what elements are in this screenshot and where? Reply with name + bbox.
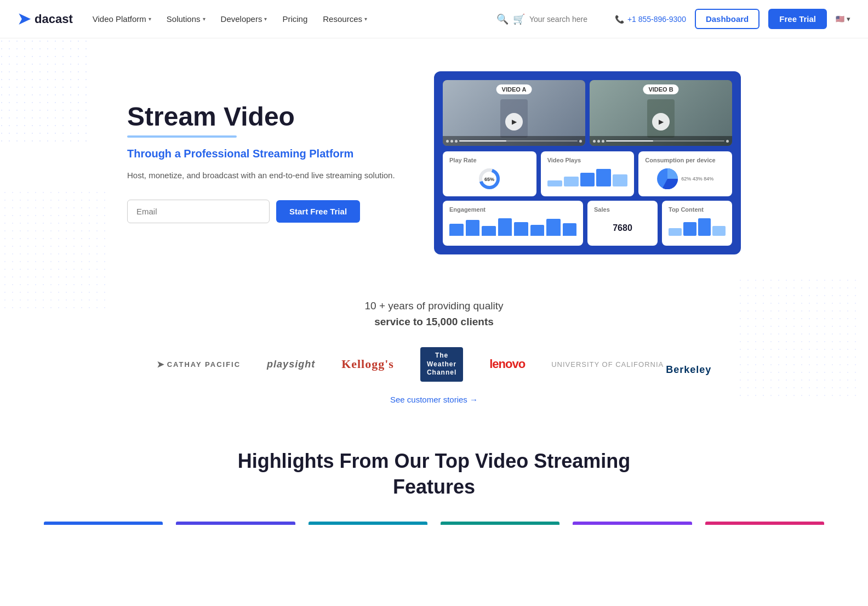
sales-label: Sales bbox=[594, 206, 651, 213]
client-logo-playsight: playsight bbox=[267, 359, 315, 370]
cart-icon[interactable]: 🛒 bbox=[513, 13, 525, 25]
free-trial-button[interactable]: Free Trial bbox=[768, 9, 827, 29]
stat-video-plays: Video Plays bbox=[541, 151, 635, 196]
hero-form: Start Free Trial bbox=[127, 200, 401, 223]
phone-icon: 📞 bbox=[615, 15, 624, 24]
feature-card-4 bbox=[441, 522, 559, 525]
see-customer-stories-link[interactable]: See customer stories → bbox=[390, 395, 478, 404]
engagement-label: Engagement bbox=[449, 206, 576, 213]
navbar-right: 🔍 🛒 📞 +1 855-896-9300 Dashboard Free Tri… bbox=[496, 9, 850, 29]
nav-item-developers[interactable]: Developers ▾ bbox=[221, 14, 267, 24]
clients-section: 10 + years of providing quality service … bbox=[0, 276, 868, 416]
engagement-bars bbox=[449, 216, 576, 236]
highlights-title: Highlights From Our Top Video Streaming … bbox=[44, 449, 824, 500]
feature-card-2-bar bbox=[176, 522, 295, 525]
video-b-label: VIDEO B bbox=[643, 84, 678, 94]
stat-sales: Sales 7680 bbox=[587, 201, 658, 246]
tagline-line1: 10 + years of providing quality bbox=[365, 300, 504, 312]
play-rate-label: Play Rate bbox=[449, 157, 530, 163]
highlights-title-line2: Features bbox=[393, 475, 475, 498]
navbar: ➤ dacast Video Platform ▾ Solutions ▾ De… bbox=[0, 0, 868, 38]
stat-play-rate: Play Rate 65% bbox=[443, 151, 536, 196]
cathay-icon: ➤ bbox=[157, 359, 165, 370]
top-content-bars bbox=[669, 216, 726, 236]
feature-card-5-bar bbox=[573, 522, 692, 525]
clients-logos: ➤ CATHAY PACIFIC playsight Kellogg's The… bbox=[44, 347, 824, 382]
consumption-label: Consumption per device bbox=[645, 157, 726, 163]
video-controls-a bbox=[443, 136, 585, 146]
highlights-section: Highlights From Our Top Video Streaming … bbox=[0, 416, 868, 547]
feature-card-3 bbox=[309, 522, 427, 525]
tagline-line2: service to 15,000 clients bbox=[374, 316, 494, 327]
search-button[interactable]: 🔍 bbox=[496, 13, 509, 25]
clients-tagline: 10 + years of providing quality service … bbox=[44, 298, 824, 330]
hero-right: VIDEO A ▶ VIDEO B bbox=[434, 71, 741, 254]
hero-title: Stream Video bbox=[127, 103, 401, 132]
phone-line: 📞 +1 855-896-9300 bbox=[615, 15, 686, 24]
nav-label-resources: Resources bbox=[323, 14, 362, 24]
hero-description: Host, monetize, and broadcast with an en… bbox=[127, 169, 401, 182]
nav-label-pricing: Pricing bbox=[282, 14, 307, 24]
language-selector[interactable]: 🇺🇸 ▾ bbox=[836, 15, 850, 23]
feature-card-4-bar bbox=[441, 522, 559, 525]
play-button-a[interactable]: ▶ bbox=[505, 113, 523, 131]
hero-subtitle-link[interactable]: Streaming Platform bbox=[253, 148, 353, 160]
video-plays-chart bbox=[547, 167, 628, 186]
stats-row-2: Engagement Sales bbox=[443, 201, 732, 246]
chevron-down-icon: ▾ bbox=[264, 16, 267, 22]
dot-pattern-top-left bbox=[0, 22, 88, 143]
client-logo-lenovo: lenovo bbox=[489, 357, 525, 371]
start-free-trial-button[interactable]: Start Free Trial bbox=[276, 200, 360, 223]
nav-label-solutions: Solutions bbox=[167, 14, 201, 24]
hero-subtitle: Through a Professional Streaming Platfor… bbox=[127, 148, 401, 160]
top-content-label: Top Content bbox=[669, 206, 726, 213]
video-controls-b bbox=[590, 136, 732, 146]
email-input[interactable] bbox=[127, 200, 270, 223]
nav-label-developers: Developers bbox=[221, 14, 262, 24]
feature-card-6 bbox=[705, 522, 824, 525]
feature-card-1-bar bbox=[44, 522, 163, 525]
nav-item-video-platform[interactable]: Video Platform ▾ bbox=[93, 14, 151, 24]
client-logo-cathay: ➤ CATHAY PACIFIC bbox=[157, 359, 241, 370]
feature-cards bbox=[44, 522, 824, 525]
client-logo-weather-channel: TheWeatherChannel bbox=[420, 347, 463, 382]
flag-icon: 🇺🇸 bbox=[836, 15, 844, 23]
hero-section: Stream Video Through a Professional Stre… bbox=[0, 38, 868, 276]
video-plays-label: Video Plays bbox=[547, 157, 628, 163]
nav-links: Video Platform ▾ Solutions ▾ Developers … bbox=[93, 14, 367, 24]
chevron-down-icon: ▾ bbox=[203, 16, 205, 22]
chevron-down-icon: ▾ bbox=[149, 16, 151, 22]
nav-item-solutions[interactable]: Solutions ▾ bbox=[167, 14, 205, 24]
hero-subtitle-plain: Through a Professional bbox=[127, 148, 253, 160]
svg-text:65%: 65% bbox=[484, 177, 494, 182]
chevron-down-icon: ▾ bbox=[364, 16, 367, 22]
feature-card-3-bar bbox=[309, 522, 427, 525]
sales-value: 7680 bbox=[613, 223, 632, 233]
nav-item-resources[interactable]: Resources ▾ bbox=[323, 14, 367, 24]
chevron-down-icon: ▾ bbox=[847, 15, 850, 23]
logo[interactable]: ➤ dacast bbox=[18, 10, 73, 28]
stat-consumption: Consumption per device 62% 43% 84% bbox=[638, 151, 732, 196]
play-rate-donut: 65% bbox=[449, 167, 530, 191]
navbar-left: ➤ dacast Video Platform ▾ Solutions ▾ De… bbox=[18, 10, 367, 28]
hero-title-underline bbox=[127, 135, 237, 138]
client-logo-berkeley: UNIVERSITY OF CALIFORNIA Berkeley bbox=[551, 353, 711, 376]
video-a-label: VIDEO A bbox=[496, 84, 532, 94]
play-button-b[interactable]: ▶ bbox=[652, 113, 670, 131]
logo-text: dacast bbox=[35, 12, 73, 26]
dashboard-button[interactable]: Dashboard bbox=[695, 9, 760, 29]
feature-card-5 bbox=[573, 522, 692, 525]
nav-item-pricing[interactable]: Pricing bbox=[282, 14, 307, 24]
hero-left: Stream Video Through a Professional Stre… bbox=[127, 103, 401, 224]
feature-card-2 bbox=[176, 522, 295, 525]
consumption-pie: 62% 43% 84% bbox=[645, 167, 726, 191]
search-area: 🔍 🛒 bbox=[496, 13, 606, 25]
hero-content: Stream Video Through a Professional Stre… bbox=[127, 103, 401, 224]
feature-card-1 bbox=[44, 522, 163, 525]
feature-card-6-bar bbox=[705, 522, 824, 525]
nav-label-video-platform: Video Platform bbox=[93, 14, 146, 24]
search-input[interactable] bbox=[529, 15, 606, 24]
phone-number[interactable]: +1 855-896-9300 bbox=[627, 15, 686, 24]
stats-row-1: Play Rate 65% Video Plays bbox=[443, 151, 732, 196]
stat-engagement: Engagement bbox=[443, 201, 583, 246]
